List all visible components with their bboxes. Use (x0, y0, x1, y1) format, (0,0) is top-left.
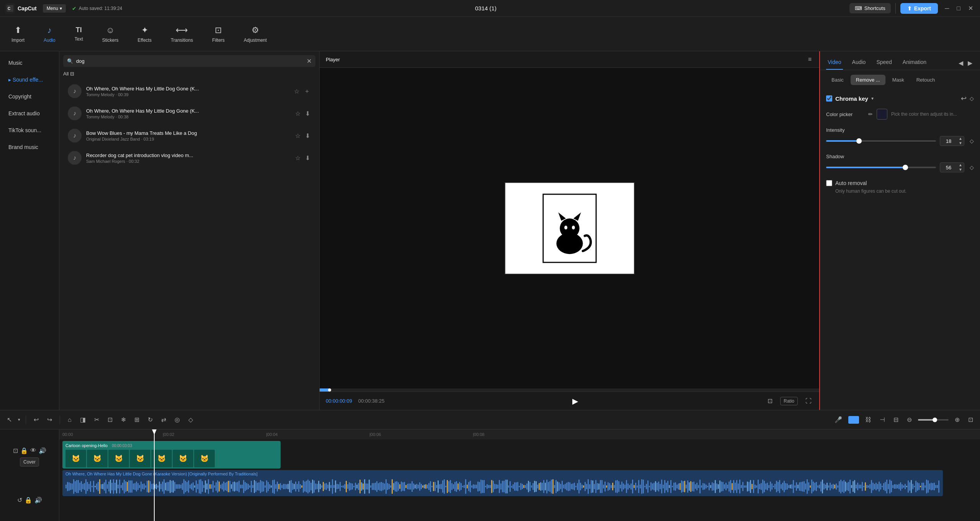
tab-video[interactable]: Video (826, 56, 843, 70)
shortcuts-button[interactable]: ⌨ Shortcuts (849, 3, 891, 13)
audio-track-lock-button[interactable]: 🔒 (24, 496, 32, 504)
audio-clip[interactable]: Oh Where, Oh Where Has My Little Dog Gon… (62, 470, 943, 496)
progress-bar-container[interactable] (320, 388, 819, 392)
video-clip[interactable]: Cartoon opening-Hello 00:00:03:03 🐱 🐱 🐱 … (62, 441, 281, 469)
fullscreen-button[interactable]: ⛶ (804, 396, 813, 406)
song-item[interactable]: ♪ Bow Wow Blues - my Mama Treats Me Like… (62, 125, 316, 146)
zoom-in-button[interactable]: ⊕ (952, 415, 962, 425)
song-item[interactable]: ♪ Oh Where, Oh Where Has My Little Dog G… (62, 103, 316, 124)
tool-effects[interactable]: ✦ Effects (134, 23, 155, 45)
caption-button[interactable]: ⊟ (891, 415, 901, 425)
freeze-button[interactable]: ❄ (119, 415, 128, 425)
intensity-slider-track[interactable] (826, 140, 936, 142)
screenshot-button[interactable]: ⊡ (766, 396, 774, 406)
color-picker-pen-icon[interactable]: ✏ (868, 111, 873, 117)
progress-thumb[interactable] (328, 388, 331, 392)
intensity-down-button[interactable]: ▼ (957, 141, 964, 146)
sub-tab-remove[interactable]: Remove ... (851, 75, 885, 85)
intensity-slider-thumb[interactable] (856, 138, 862, 144)
track-visibility-button[interactable]: 👁 (30, 447, 36, 454)
export-button[interactable]: ⬆ Export (900, 3, 938, 14)
chroma-key-checkbox[interactable] (826, 95, 832, 102)
menu-button[interactable]: Menu ▾ (43, 4, 66, 13)
song-download-button[interactable]: ⬇ (304, 109, 311, 118)
sidebar-item-brand-music[interactable]: Brand music (2, 139, 57, 155)
song-item[interactable]: ♪ Recorder dog cat pet introduction vlog… (62, 147, 316, 169)
song-favorite-button[interactable]: ☆ (293, 87, 300, 96)
tool-filters[interactable]: ⊡ Filters (208, 23, 229, 45)
crop-button[interactable]: ⊞ (132, 415, 142, 425)
song-favorite-button[interactable]: ☆ (294, 109, 301, 118)
maximize-button[interactable]: □ (954, 4, 963, 13)
auto-removal-checkbox[interactable] (826, 180, 832, 186)
tool-adjustment[interactable]: ⚙ Adjustment (240, 23, 271, 45)
shadow-diamond-button[interactable]: ◇ (970, 164, 974, 170)
color-swatch[interactable] (877, 109, 887, 120)
mask-button[interactable]: ◎ (172, 415, 182, 425)
shadow-slider-track[interactable] (826, 167, 936, 168)
sub-tab-basic[interactable]: Basic (826, 75, 849, 85)
song-add-button[interactable]: ＋ (303, 87, 311, 96)
shadow-up-button[interactable]: ▲ (957, 163, 964, 167)
sub-tab-retouch[interactable]: Retouch (911, 75, 940, 85)
audio-track-loop-button[interactable]: ↺ (17, 496, 22, 504)
keyframe-button[interactable]: ◇ (186, 415, 195, 425)
ratio-button[interactable]: Ratio (780, 397, 798, 405)
chroma-key-reset-button[interactable]: ↩ (961, 94, 967, 103)
song-download-button[interactable]: ⬇ (304, 131, 311, 140)
track-thumbnail-button[interactable]: ⊡ (13, 447, 18, 454)
mic-button[interactable]: 🎤 (832, 415, 844, 425)
select-tool-button[interactable]: ↖ (5, 415, 14, 425)
sidebar-item-sound-effects[interactable]: ▸ Sound effe... (2, 72, 57, 87)
tool-import[interactable]: ⬆ Import (8, 23, 28, 45)
cover-button[interactable]: Cover (20, 457, 39, 467)
tab-back-button[interactable]: ◀ (957, 58, 965, 68)
link-toggle-button[interactable] (848, 416, 859, 424)
rotate-button[interactable]: ↻ (145, 415, 155, 425)
tool-stickers[interactable]: ☺ Stickers (98, 23, 122, 45)
song-favorite-button[interactable]: ☆ (294, 131, 301, 140)
close-button[interactable]: ✕ (966, 4, 975, 13)
track-lock-button[interactable]: 🔒 (20, 447, 28, 454)
select-dropdown-icon[interactable]: ▾ (18, 417, 20, 422)
song-download-button[interactable]: ⬇ (304, 154, 311, 162)
sub-tab-mask[interactable]: Mask (887, 75, 910, 85)
tool-text[interactable]: TI Text (71, 24, 87, 44)
trim-button[interactable]: ◨ (78, 415, 88, 425)
shadow-down-button[interactable]: ▼ (957, 167, 964, 172)
sidebar-item-tiktok-sounds[interactable]: TikTok soun... (2, 123, 57, 138)
link-button[interactable]: ⛓ (863, 415, 874, 425)
tab-forward-button[interactable]: ▶ (966, 58, 974, 68)
tab-animation[interactable]: Animation (901, 56, 928, 70)
tab-speed[interactable]: Speed (875, 56, 893, 70)
search-input[interactable] (76, 58, 304, 64)
play-button[interactable]: ▶ (572, 396, 578, 406)
split-audio-button[interactable]: ⊣ (877, 415, 887, 425)
tool-audio[interactable]: ♪ Audio (40, 23, 59, 45)
tab-audio[interactable]: Audio (851, 56, 867, 70)
minimize-button[interactable]: ─ (942, 4, 951, 13)
delete-button[interactable]: ⊡ (105, 415, 115, 425)
search-clear-icon[interactable]: ✕ (307, 57, 312, 65)
zoom-thumb[interactable] (933, 418, 937, 422)
undo-button[interactable]: ↩ (31, 415, 41, 425)
zoom-slider[interactable] (918, 419, 949, 421)
shadow-slider-thumb[interactable] (903, 165, 908, 170)
chroma-key-diamond-button[interactable]: ◇ (970, 95, 974, 102)
all-filter[interactable]: All ⊟ (63, 71, 315, 77)
track-mute-button[interactable]: 🔊 (39, 447, 46, 454)
sidebar-item-copyright[interactable]: Copyright (2, 89, 57, 104)
intensity-diamond-button[interactable]: ◇ (970, 138, 974, 144)
sidebar-item-extract-audio[interactable]: Extract audio (2, 106, 57, 121)
flip-button[interactable]: ⇄ (159, 415, 168, 425)
redo-button[interactable]: ↪ (45, 415, 54, 425)
intensity-up-button[interactable]: ▲ (957, 136, 964, 141)
fit-button[interactable]: ⊡ (966, 415, 975, 425)
tool-transitions[interactable]: ⟷ Transitions (167, 23, 197, 45)
audio-track-mute-button[interactable]: 🔊 (34, 496, 42, 504)
song-favorite-button[interactable]: ☆ (294, 154, 301, 162)
cut-button[interactable]: ✂ (92, 415, 101, 425)
zoom-out-button[interactable]: ⊖ (905, 415, 914, 425)
player-menu-button[interactable]: ≡ (807, 54, 813, 64)
song-item[interactable]: ♪ Oh Where, Oh Where Has My Little Dog G… (62, 80, 316, 102)
